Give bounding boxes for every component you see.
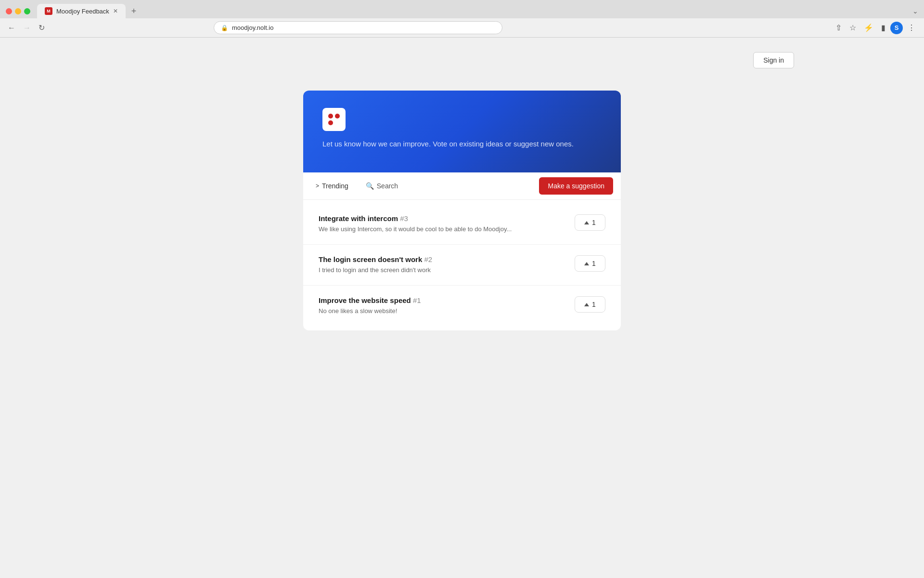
vote-count-1: 1 <box>592 219 596 226</box>
share-icon[interactable]: ⇧ <box>833 21 845 34</box>
trending-label: Trending <box>322 182 348 190</box>
logo-dot-empty <box>335 120 340 125</box>
vote-button-2[interactable]: 1 <box>575 255 605 272</box>
main-container: Let us know how we can improve. Vote on … <box>303 91 621 330</box>
back-button[interactable]: ← <box>6 22 17 34</box>
feedback-title-1: Integrate with intercom #3 <box>319 214 563 223</box>
feedback-list: Integrate with intercom #3 We like using… <box>303 200 621 330</box>
forward-button[interactable]: → <box>21 22 33 34</box>
upvote-icon-2 <box>584 262 589 265</box>
minimize-window-button[interactable] <box>15 8 21 14</box>
maximize-window-button[interactable] <box>24 8 30 14</box>
tab-favicon: M <box>45 7 52 15</box>
feedback-desc-3: No one likes a slow website! <box>319 307 563 315</box>
feedback-title-3: Improve the website speed #1 <box>319 296 563 304</box>
tab-expand-button[interactable]: ⌄ <box>912 7 918 15</box>
upvote-icon-3 <box>584 303 589 306</box>
make-suggestion-button[interactable]: Make a suggestion <box>539 177 613 195</box>
feedback-item-2: The login screen doesn't work #2 I tried… <box>303 245 621 286</box>
url-text: moodjoy.nolt.io <box>232 24 273 31</box>
browser-chrome: M Moodjoy Feedback ✕ + ⌄ ← → ↻ 🔒 moodjoy… <box>0 0 924 38</box>
vote-count-2: 1 <box>592 260 596 267</box>
vote-count-3: 1 <box>592 301 596 308</box>
browser-toolbar-icons: ⇧ ☆ ⚡ ▮ S ⋮ <box>833 21 918 34</box>
search-button[interactable]: 🔍 Search <box>361 179 403 193</box>
page-content: Sign in Let us know how we can improve. … <box>0 38 924 578</box>
window-controls <box>6 8 30 14</box>
vote-button-3[interactable]: 1 <box>575 296 605 313</box>
feedback-content-2: The login screen doesn't work #2 I tried… <box>319 255 563 275</box>
trending-button[interactable]: > Trending <box>311 179 353 193</box>
address-bar: ← → ↻ 🔒 moodjoy.nolt.io ⇧ ☆ ⚡ ▮ S ⋮ <box>0 18 924 37</box>
logo-dots <box>328 114 340 125</box>
vote-button-1[interactable]: 1 <box>575 214 605 231</box>
tab-title: Moodjoy Feedback <box>56 8 109 15</box>
feedback-title-2: The login screen doesn't work #2 <box>319 255 563 263</box>
upvote-icon-1 <box>584 221 589 224</box>
url-bar[interactable]: 🔒 moodjoy.nolt.io <box>214 21 502 34</box>
close-window-button[interactable] <box>6 8 12 14</box>
feedback-id-3: #1 <box>413 296 421 304</box>
search-icon: 🔍 <box>366 182 374 190</box>
new-tab-button[interactable]: + <box>128 4 141 18</box>
sidebar-icon[interactable]: ▮ <box>878 21 888 34</box>
chevron-right-icon: > <box>316 183 319 189</box>
logo-dot-1 <box>328 114 333 118</box>
active-tab[interactable]: M Moodjoy Feedback ✕ <box>37 4 126 18</box>
tab-close-button[interactable]: ✕ <box>113 8 118 14</box>
feedback-id-1: #3 <box>400 214 408 223</box>
filter-bar: > Trending 🔍 Search Make a suggestion <box>303 172 621 200</box>
logo-dot-3 <box>328 120 333 125</box>
feedback-content-3: Improve the website speed #1 No one like… <box>319 296 563 315</box>
feedback-id-2: #2 <box>424 255 432 263</box>
user-avatar[interactable]: S <box>890 22 903 34</box>
feedback-item-3: Improve the website speed #1 No one like… <box>303 286 621 326</box>
logo-dot-2 <box>335 114 340 118</box>
feedback-desc-2: I tried to login and the screen didn't w… <box>319 266 563 275</box>
tab-bar: M Moodjoy Feedback ✕ + ⌄ <box>0 0 924 18</box>
reload-button[interactable]: ↻ <box>37 21 47 34</box>
lock-icon: 🔒 <box>221 25 228 31</box>
search-label: Search <box>377 182 398 190</box>
feedback-desc-1: We like using Intercom, so it would be c… <box>319 225 563 234</box>
feedback-content-1: Integrate with intercom #3 We like using… <box>319 214 563 234</box>
feedback-item: Integrate with intercom #3 We like using… <box>303 204 621 245</box>
sign-in-button[interactable]: Sign in <box>753 52 794 68</box>
app-logo <box>322 108 346 131</box>
menu-icon[interactable]: ⋮ <box>905 21 918 34</box>
hero-tagline: Let us know how we can improve. Vote on … <box>322 139 602 150</box>
bookmark-icon[interactable]: ☆ <box>847 21 859 34</box>
hero-banner: Let us know how we can improve. Vote on … <box>303 91 621 172</box>
extensions-icon[interactable]: ⚡ <box>861 21 876 34</box>
